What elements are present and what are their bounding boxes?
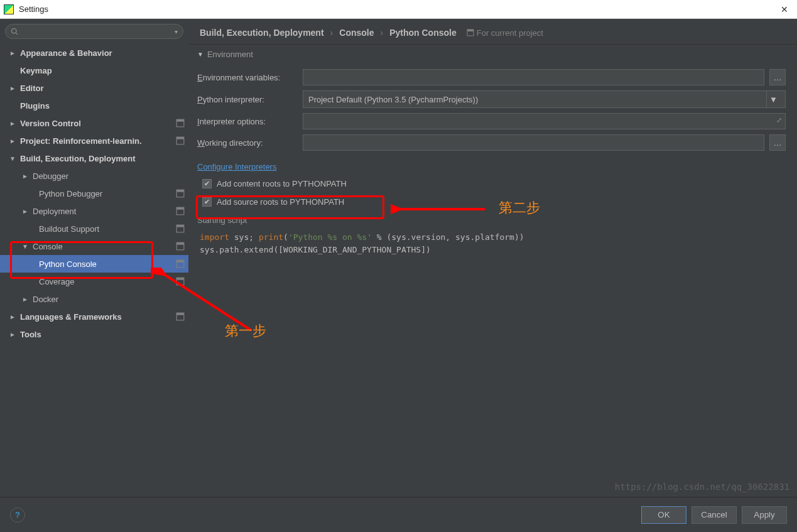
svg-rect-17 [176, 278, 184, 280]
svg-rect-5 [176, 137, 184, 139]
tree-item-label: Docker [33, 295, 58, 304]
starting-script-label: Starting script [188, 209, 797, 229]
sidebar-item-plugins[interactable]: Plugins [0, 97, 188, 114]
sidebar-item-keymap[interactable]: Keymap [0, 62, 188, 79]
breadcrumb: Build, Execution, Deployment › Console ›… [188, 19, 797, 44]
tree-item-label: Debugger [33, 171, 68, 181]
chevron-right-icon: › [381, 28, 384, 38]
apply-button[interactable]: Apply [742, 506, 787, 524]
settings-tree: ►Appearance & BehaviorKeymap►EditorPlugi… [0, 43, 188, 497]
project-scope-icon [176, 242, 185, 251]
triangle-right-icon: ► [21, 173, 29, 180]
workdir-browse-button[interactable]: … [769, 134, 786, 151]
tree-item-label: Console [33, 242, 63, 251]
ok-button[interactable]: OK [641, 506, 686, 524]
sidebar-item-version-control[interactable]: ►Version Control [0, 114, 188, 132]
sidebar-item-build-execution-deployment[interactable]: ▼Build, Execution, Deployment [0, 149, 188, 167]
sidebar-item-buildout-support[interactable]: Buildout Support [0, 220, 188, 237]
workdir-label: Working directory: [197, 138, 298, 148]
settings-sidebar: ▾ ►Appearance & BehaviorKeymap►EditorPlu… [0, 19, 188, 497]
sidebar-item-docker[interactable]: ►Docker [0, 290, 188, 308]
interpreter-dropdown[interactable]: Project Default (Python 3.5 (PycharmProj… [303, 90, 786, 108]
svg-rect-21 [467, 30, 474, 31]
tree-item-label: Build, Execution, Deployment [20, 154, 135, 163]
triangle-down-icon: ▼ [197, 51, 203, 58]
breadcrumb-c: Python Console [389, 28, 457, 38]
tree-item-label: Languages & Frameworks [20, 312, 122, 322]
tree-item-label: Python Debugger [39, 189, 102, 198]
chevron-down-icon: ▼ [766, 91, 780, 107]
sidebar-item-project-reinforcement-learnin[interactable]: ►Project: Reinforcement-learnin. [0, 132, 188, 149]
add-source-roots-row[interactable]: ✔ Add source roots to PYTHONPATH [188, 195, 797, 209]
checkbox-checked-icon[interactable]: ✔ [202, 197, 212, 207]
sidebar-item-console[interactable]: ▼Console [0, 237, 188, 255]
tree-item-label: Appearance & Behavior [20, 48, 112, 58]
chevron-right-icon: › [330, 28, 333, 38]
sidebar-item-coverage[interactable]: Coverage [0, 273, 188, 290]
tree-item-label: Coverage [39, 277, 74, 286]
add-content-roots-label: Add content roots to PYTHONPATH [217, 179, 347, 188]
sidebar-item-appearance-behavior[interactable]: ►Appearance & Behavior [0, 44, 188, 62]
triangle-right-icon: ► [9, 138, 16, 144]
tree-item-label: Python Console [39, 259, 97, 269]
add-source-roots-label: Add source roots to PYTHONPATH [217, 197, 344, 207]
interpreter-value: Project Default (Python 3.5 (PycharmProj… [308, 95, 478, 104]
workdir-input[interactable] [303, 134, 764, 151]
project-scope-icon [176, 224, 185, 233]
tree-item-label: Buildout Support [39, 224, 99, 234]
tree-item-label: Deployment [33, 207, 76, 216]
sidebar-item-python-console[interactable]: Python Console [0, 255, 188, 273]
project-scope-icon [176, 207, 185, 215]
project-scope-icon [176, 259, 185, 268]
pycharm-icon [4, 4, 14, 14]
triangle-right-icon: ► [21, 296, 29, 303]
project-scope-icon [176, 189, 185, 198]
triangle-down-icon: ▼ [21, 243, 29, 250]
env-vars-browse-button[interactable]: … [769, 69, 786, 85]
cancel-button[interactable]: Cancel [691, 506, 737, 524]
sidebar-item-languages-frameworks[interactable]: ►Languages & Frameworks [0, 308, 188, 325]
starting-script-editor[interactable]: import sys; print('Python %s on %s' % (s… [197, 229, 788, 367]
dialog-body: ▾ ►Appearance & BehaviorKeymap►EditorPlu… [0, 19, 797, 497]
project-icon [467, 29, 474, 36]
chevron-down-icon: ▾ [175, 28, 178, 35]
svg-line-1 [16, 33, 18, 35]
triangle-right-icon: ► [9, 50, 16, 57]
triangle-down-icon: ▼ [9, 155, 16, 162]
interp-options-input[interactable] [303, 113, 786, 129]
sidebar-item-debugger[interactable]: ►Debugger [0, 167, 188, 185]
settings-main: Build, Execution, Deployment › Console ›… [188, 19, 797, 497]
interpreter-label: Python interpreter: [197, 95, 298, 104]
checkbox-checked-icon[interactable]: ✔ [202, 179, 212, 188]
svg-rect-19 [176, 313, 184, 315]
svg-rect-11 [176, 225, 184, 227]
project-scope-label: For current project [467, 28, 543, 38]
tree-item-label: Tools [20, 330, 41, 339]
triangle-right-icon: ► [9, 313, 16, 320]
help-button[interactable]: ? [10, 508, 25, 523]
environment-section[interactable]: ▼ Environment [188, 44, 797, 62]
sidebar-item-python-debugger[interactable]: Python Debugger [0, 185, 188, 202]
close-icon[interactable]: ✕ [776, 4, 793, 14]
env-vars-label: Environment variables: [197, 73, 298, 82]
sidebar-item-tools[interactable]: ►Tools [0, 325, 188, 343]
svg-rect-15 [176, 260, 184, 263]
svg-rect-13 [176, 242, 184, 245]
titlebar: Settings ✕ [0, 0, 797, 19]
configure-interpreters-link[interactable]: Configure Interpreters [188, 160, 797, 176]
add-content-roots-row[interactable]: ✔ Add content roots to PYTHONPATH [188, 176, 797, 191]
tree-item-label: Keymap [20, 66, 52, 75]
search-input[interactable]: ▾ [5, 24, 183, 39]
svg-rect-9 [176, 207, 184, 210]
project-scope-icon [176, 136, 185, 145]
expand-icon[interactable]: ⤢ [776, 116, 782, 124]
triangle-right-icon: ► [9, 85, 16, 92]
sidebar-item-deployment[interactable]: ►Deployment [0, 202, 188, 220]
env-vars-input[interactable] [303, 69, 764, 85]
svg-point-0 [12, 29, 17, 34]
triangle-right-icon: ► [9, 331, 16, 338]
environment-form: Environment variables: … Python interpre… [188, 62, 797, 160]
interp-options-label: Interpreter options: [197, 117, 298, 126]
breadcrumb-b: Console [339, 28, 374, 38]
sidebar-item-editor[interactable]: ►Editor [0, 79, 188, 97]
